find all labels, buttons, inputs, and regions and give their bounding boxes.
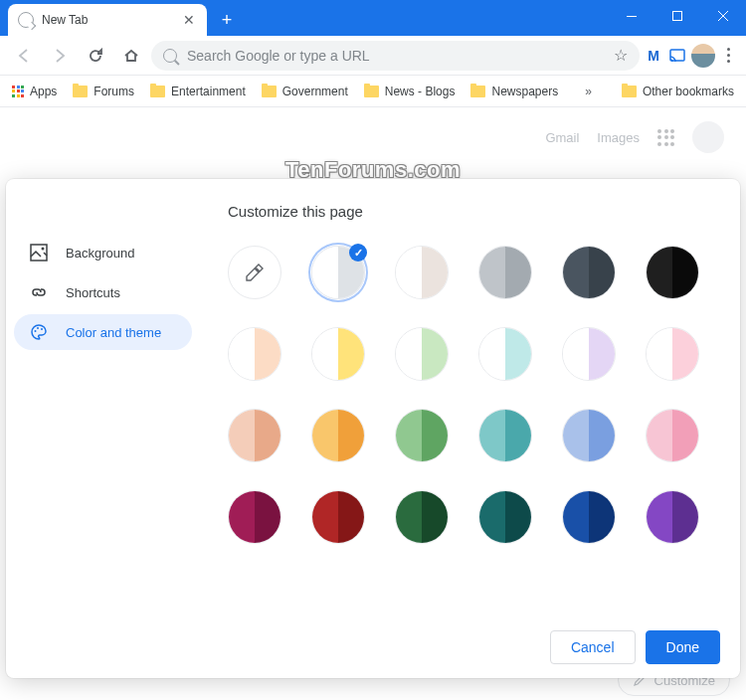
dialog-sidebar: Background Shortcuts Color and theme <box>6 179 200 616</box>
color-swatch[interactable] <box>646 327 699 381</box>
cancel-button[interactable]: Cancel <box>550 630 636 664</box>
bookmark-folder[interactable]: Forums <box>73 85 134 98</box>
svg-rect-2 <box>670 50 684 61</box>
color-swatch-grid <box>228 246 712 544</box>
color-swatch[interactable] <box>562 409 616 462</box>
link-icon <box>30 283 48 301</box>
extension-malwarebytes-icon[interactable]: M <box>644 46 663 66</box>
home-button[interactable] <box>115 40 147 72</box>
eyedropper-icon <box>245 262 265 282</box>
svg-rect-1 <box>673 12 682 21</box>
page-content: Gmail Images TenForums.com Customize Bac… <box>0 107 746 700</box>
color-swatch[interactable] <box>228 409 281 462</box>
color-swatch[interactable] <box>646 409 699 462</box>
folder-icon <box>150 86 165 97</box>
bookmark-folder[interactable]: Newspapers <box>470 85 558 98</box>
sidebar-item-background[interactable]: Background <box>14 235 192 270</box>
color-picker-swatch[interactable] <box>228 246 281 299</box>
globe-icon <box>18 12 34 28</box>
sidebar-label: Shortcuts <box>66 285 120 300</box>
bookmark-star-icon[interactable]: ☆ <box>614 46 628 65</box>
sidebar-label: Background <box>66 246 134 261</box>
palette-icon <box>30 323 48 341</box>
bookmark-folder[interactable]: Entertainment <box>150 85 246 98</box>
color-swatch[interactable] <box>478 409 532 462</box>
color-swatch[interactable] <box>562 490 616 544</box>
color-swatch[interactable] <box>478 327 532 381</box>
color-swatch[interactable] <box>478 490 532 544</box>
folder-icon <box>622 86 637 97</box>
folder-icon <box>470 86 485 97</box>
sidebar-label: Color and theme <box>66 325 161 340</box>
forward-button[interactable] <box>44 40 76 72</box>
browser-tab[interactable]: New Tab ✕ <box>8 4 207 36</box>
bookmarks-overflow[interactable]: » <box>585 85 592 98</box>
done-button[interactable]: Done <box>646 630 720 664</box>
color-swatch[interactable] <box>646 246 699 299</box>
color-swatch[interactable] <box>395 246 449 299</box>
color-swatch[interactable] <box>478 246 532 299</box>
address-bar[interactable]: Search Google or type a URL ☆ <box>151 41 640 71</box>
svg-point-4 <box>42 248 45 251</box>
dialog-footer: Cancel Done <box>6 616 740 678</box>
new-tab-button[interactable]: + <box>213 6 241 34</box>
ntp-header: Gmail Images <box>545 121 724 153</box>
color-swatch[interactable] <box>646 490 699 544</box>
apps-label: Apps <box>30 85 57 98</box>
color-swatch[interactable] <box>562 246 616 299</box>
extension-cast-icon[interactable] <box>667 46 687 66</box>
dialog-title: Customize this page <box>228 203 712 220</box>
color-swatch[interactable] <box>228 490 281 544</box>
chrome-menu-button[interactable] <box>719 48 738 63</box>
toolbar: Search Google or type a URL ☆ M <box>0 36 746 76</box>
bookmarks-bar: Apps Forums Entertainment Government New… <box>0 76 746 107</box>
dialog-main: Customize this page <box>200 179 740 616</box>
bookmark-folder[interactable]: News - Blogs <box>364 85 456 98</box>
back-button[interactable] <box>8 40 40 72</box>
close-tab-icon[interactable]: ✕ <box>181 12 197 28</box>
gmail-link[interactable]: Gmail <box>545 130 579 145</box>
maximize-button[interactable] <box>654 0 700 32</box>
folder-icon <box>73 86 88 97</box>
color-swatch[interactable] <box>311 327 365 381</box>
svg-point-5 <box>35 330 37 332</box>
profile-avatar[interactable] <box>691 44 715 68</box>
reload-button[interactable] <box>80 40 111 72</box>
search-icon <box>163 49 177 63</box>
close-window-button[interactable] <box>700 0 746 32</box>
color-swatch[interactable] <box>562 327 616 381</box>
minimize-button[interactable] <box>609 0 654 32</box>
sidebar-item-shortcuts[interactable]: Shortcuts <box>14 274 192 310</box>
omnibox-placeholder: Search Google or type a URL <box>187 48 604 64</box>
color-swatch[interactable] <box>311 409 365 462</box>
images-link[interactable]: Images <box>597 130 640 145</box>
browser-window: New Tab ✕ + Search Google or type a URL … <box>0 0 746 700</box>
color-swatch[interactable] <box>228 327 281 381</box>
customize-dialog: Background Shortcuts Color and theme Cus… <box>6 179 740 678</box>
color-swatch[interactable] <box>311 246 365 299</box>
color-swatch[interactable] <box>395 490 449 544</box>
titlebar: New Tab ✕ + <box>0 0 746 36</box>
apps-shortcut[interactable]: Apps <box>12 85 57 98</box>
color-swatch[interactable] <box>395 409 449 462</box>
background-icon <box>30 244 48 262</box>
other-bookmarks[interactable]: Other bookmarks <box>622 85 734 98</box>
folder-icon <box>262 86 277 97</box>
color-swatch[interactable] <box>395 327 449 381</box>
svg-rect-0 <box>627 16 637 17</box>
window-controls <box>609 0 746 32</box>
account-avatar[interactable] <box>692 121 724 153</box>
tab-title: New Tab <box>42 13 181 27</box>
bookmark-folder[interactable]: Government <box>262 85 348 98</box>
apps-grid-icon <box>12 86 24 97</box>
svg-point-6 <box>37 327 39 329</box>
color-swatch[interactable] <box>311 490 365 544</box>
sidebar-item-color-theme[interactable]: Color and theme <box>14 314 192 350</box>
folder-icon <box>364 86 379 97</box>
google-apps-icon[interactable] <box>657 129 674 146</box>
svg-point-7 <box>41 328 43 330</box>
